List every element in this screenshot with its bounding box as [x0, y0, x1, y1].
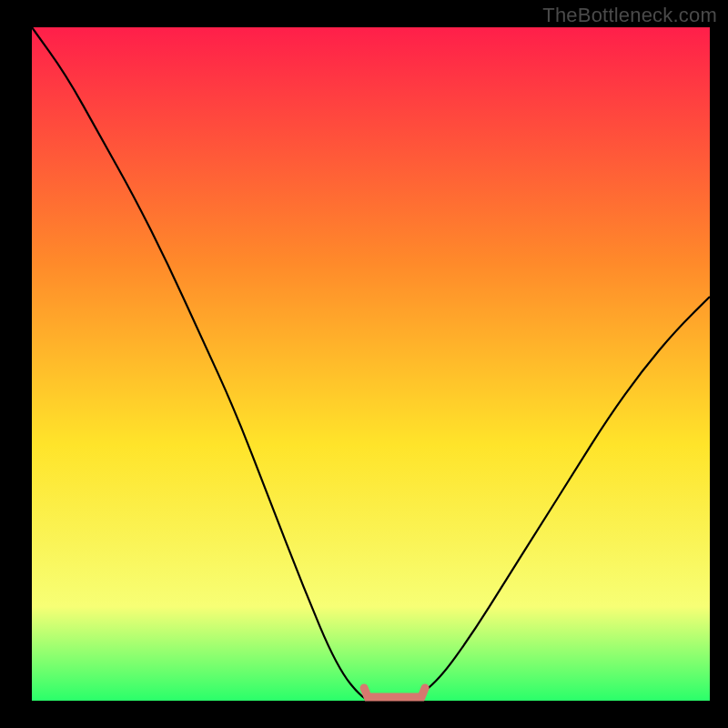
bottleneck-chart [0, 0, 728, 728]
chart-frame: TheBottleneck.com [0, 0, 728, 728]
plot-background [32, 27, 710, 701]
watermark-text: TheBottleneck.com [542, 4, 717, 27]
